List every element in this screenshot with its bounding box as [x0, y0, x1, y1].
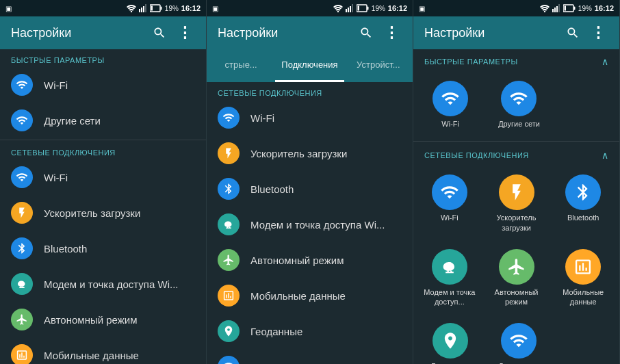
tab-quick-2[interactable]: стрые... [207, 49, 275, 82]
grid-item-othernet-3[interactable]: Другие сети [487, 75, 550, 134]
divider-3 [413, 141, 619, 142]
grid-section-quick-3: Wi-Fi Другие сети [413, 70, 619, 140]
search-button-2[interactable] [357, 23, 376, 42]
grid-spacer-3 [556, 75, 614, 134]
status-right-2: 19% 16:12 [333, 4, 407, 12]
chevron-up-icon-quick-3: ∧ [602, 56, 609, 67]
tab-devices-2[interactable]: Устройст... [344, 49, 413, 82]
grid-boost-label-3: Ускоритель загрузки [489, 213, 545, 233]
grid-bt-icon-3 [565, 174, 601, 210]
svg-rect-1 [139, 9, 140, 12]
list-item-airplane1[interactable]: Автономный режим [0, 302, 206, 337]
grid-item-other-3[interactable]: Другие сети [487, 317, 550, 364]
wifi-label-1: Wi-Fi [44, 79, 68, 91]
battery-percent-1: 19% [165, 5, 179, 12]
list-item-hotspot2[interactable]: Модем и точка доступа Wi... [207, 207, 413, 242]
svg-rect-22 [573, 7, 575, 10]
battery-icon-2 [357, 4, 369, 12]
status-bar-3: ▣ 19% 16:12 [413, 0, 619, 16]
bluetooth-label-1: Bluetooth [44, 243, 87, 255]
search-button-1[interactable] [150, 23, 169, 42]
grid-mobiledata-icon-3 [565, 249, 601, 285]
grid-item-bt-3[interactable]: Bluetooth [552, 169, 614, 238]
list-item-bt2[interactable]: Bluetooth [207, 171, 413, 207]
list-item-mobiledata2[interactable]: Мобильные данные [207, 278, 413, 313]
wifi-status-icon-3 [540, 4, 550, 12]
svg-rect-18 [554, 8, 556, 12]
time-3: 16:12 [595, 4, 614, 12]
boost-icon-2 [218, 142, 240, 164]
section-title-quick-1: БЫСТРЫЕ ПАРАМЕТРЫ [11, 56, 105, 64]
list-item-airplane2[interactable]: Автономный режим [207, 242, 413, 278]
svg-rect-19 [556, 6, 558, 12]
search-button-3[interactable] [563, 23, 582, 42]
bluetooth-label-2: Bluetooth [250, 183, 294, 195]
wifi-label-3: Wi-Fi [250, 112, 274, 124]
more-button-2[interactable]: ⋮ [381, 21, 402, 44]
airplane-icon-2 [218, 249, 240, 271]
time-1: 16:12 [181, 4, 201, 12]
sim-icon-1: ▣ [5, 5, 12, 12]
list-item-boost1[interactable]: Ускоритель загрузки [0, 195, 206, 231]
grid-item-airplane-3[interactable]: Автономный режим [486, 244, 547, 313]
list-item-hotspot1[interactable]: Модем и точка доступа Wi... [0, 266, 206, 302]
svg-rect-10 [348, 8, 349, 12]
wifi-icon-1 [11, 74, 33, 96]
more-button-3[interactable]: ⋮ [588, 21, 608, 44]
sim-icon-3: ▣ [419, 5, 425, 12]
wifi-status-icon-2 [333, 4, 343, 12]
grid-wifi-net-label-3: Wi-Fi [441, 213, 458, 222]
tab-connections-2[interactable]: Подключения [275, 49, 344, 82]
wifi-icon-2 [11, 166, 33, 188]
more-button-1[interactable]: ⋮ [175, 21, 195, 44]
section-header-net-3[interactable]: СЕТЕВЫЕ ПОДКЛЮЧЕНИЯ ∧ [413, 143, 619, 164]
svg-point-0 [131, 11, 132, 12]
grid-item-boost-3[interactable]: Ускоритель загрузки [486, 169, 547, 238]
grid-item-wifi-net-3[interactable]: Wi-Fi [419, 169, 480, 238]
list-item-geo2[interactable]: Геоданные [207, 313, 413, 349]
battery-percent-2: 19% [372, 5, 385, 12]
boost-label-1: Ускоритель загрузки [44, 207, 140, 219]
list-item-wifi3[interactable]: Wi-Fi [207, 100, 413, 135]
app-bar-2: Настройки ⋮ [207, 16, 413, 49]
svg-rect-6 [160, 7, 162, 10]
grid-section-net-3: Wi-Fi Ускоритель загрузки Bluetooth [413, 164, 619, 364]
list-item-bt1[interactable]: Bluetooth [0, 231, 206, 266]
othernet-label-1: Другие сети [44, 115, 101, 127]
svg-point-16 [544, 11, 545, 12]
signal-icon-1 [139, 4, 147, 12]
status-left-3: ▣ [419, 5, 425, 12]
section-header-quick-3[interactable]: БЫСТРЫЕ ПАРАМЕТРЫ ∧ [413, 49, 619, 70]
panel-3: ▣ 19% 16:12 Настройки ⋮ БЫСТРЫЕ ПАРАМЕТР… [413, 0, 620, 364]
app-title-2: Настройки [218, 26, 351, 40]
app-title-3: Настройки [424, 26, 558, 40]
grid-other-label-3: Другие сети [498, 361, 540, 364]
grid-othernet-icon-3 [501, 81, 537, 116]
list-item-mobiledata1[interactable]: Мобильные данные [0, 337, 206, 364]
list-item-other2[interactable]: Другие сети [207, 349, 413, 364]
grid-item-hotspot-3[interactable]: Модем и точка доступ... [419, 244, 480, 313]
section-header-net-1: СЕТЕВЫЕ ПОДКЛЮЧЕНИЯ [0, 142, 206, 159]
grid-item-mobiledata-3[interactable]: Мобильные данные [552, 244, 614, 313]
grid-airplane-icon-3 [499, 249, 534, 285]
list-item-boost2[interactable]: Ускоритель загрузки [207, 135, 413, 171]
panel-1: ▣ 19% 16:12 Настройки ⋮ БЫСТРЫЕ ПАРАМЕТР… [0, 0, 207, 364]
divider-1 [0, 140, 206, 140]
battery-percent-3: 19% [578, 5, 592, 12]
boost-icon-1 [11, 202, 33, 224]
hotspot-label-2: Модем и точка доступа Wi... [250, 219, 385, 231]
section-title-net-1: СЕТЕВЫЕ ПОДКЛЮЧЕНИЯ [11, 148, 116, 157]
signal-icon-2 [346, 4, 354, 12]
airplane-label-1: Автономный режим [44, 314, 137, 326]
status-right-3: 19% 16:12 [540, 4, 614, 12]
section-title-quick-3: БЫСТРЫЕ ПАРАМЕТРЫ [424, 57, 518, 66]
list-item-othernet1[interactable]: Другие сети [0, 103, 206, 138]
list-item-wifi1[interactable]: Wi-Fi [0, 67, 206, 103]
list-item-wifi2[interactable]: Wi-Fi [0, 159, 206, 195]
grid-hotspot-icon-3 [432, 249, 467, 285]
grid-wifi-label-3: Wi-Fi [441, 119, 459, 129]
grid-item-wifi-3[interactable]: Wi-Fi [419, 75, 482, 134]
tab-bar-2: стрые... Подключения Устройст... [207, 49, 413, 82]
other-icon-2 [218, 356, 240, 364]
grid-item-geo-3[interactable]: Геоданные [419, 317, 482, 364]
